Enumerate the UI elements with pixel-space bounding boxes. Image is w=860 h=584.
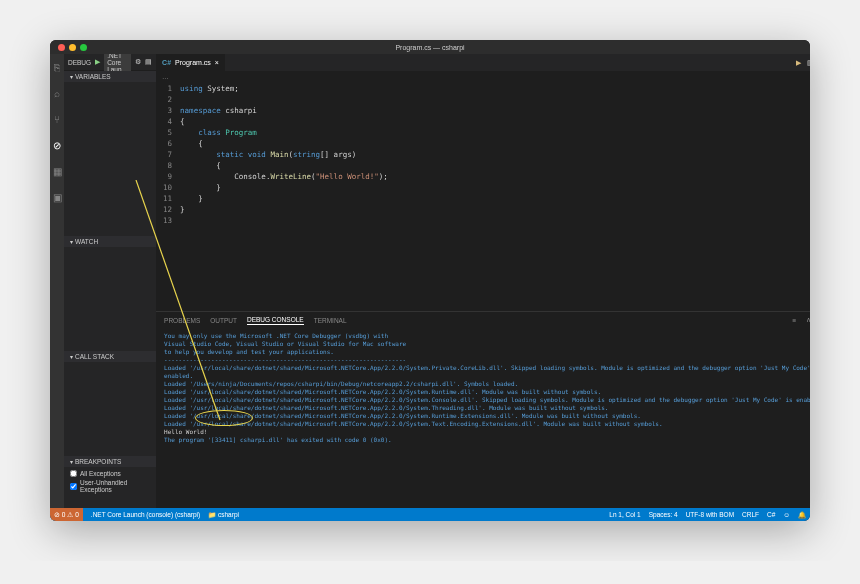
callstack-body xyxy=(64,362,156,456)
debug-sidebar: DEBUG ▶ .NET Core Laun… ⚙ ▤ ▾VARIABLES ▾… xyxy=(64,54,156,508)
watch-header[interactable]: ▾WATCH xyxy=(64,236,156,247)
status-folder[interactable]: 📁 csharpi xyxy=(208,511,239,519)
breakpoint-item[interactable]: User-Unhandled Exceptions xyxy=(70,478,150,494)
window-title: Program.cs — csharpi xyxy=(395,44,464,51)
bottom-panel: PROBLEMS OUTPUT DEBUG CONSOLE TERMINAL ≡… xyxy=(156,311,810,508)
status-indent[interactable]: Spaces: 4 xyxy=(649,511,678,519)
titlebar: Program.cs — csharpi xyxy=(50,40,810,54)
callstack-header[interactable]: ▾CALL STACK xyxy=(64,351,156,362)
code-content[interactable]: using System; namespace csharpi{ class P… xyxy=(176,81,810,311)
breakpoints-body: All Exceptions User-Unhandled Exceptions xyxy=(64,467,156,508)
activity-bar: ⎘ ⌕ ⑂ ⊘ ▦ ▣ xyxy=(50,54,64,508)
status-language[interactable]: C# xyxy=(767,511,775,519)
window-controls xyxy=(58,44,87,51)
panel-maximize-icon[interactable]: ∧ xyxy=(806,316,810,324)
tab-problems[interactable]: PROBLEMS xyxy=(164,317,200,324)
breakpoint-checkbox[interactable] xyxy=(70,483,77,490)
variables-body xyxy=(64,82,156,236)
tab-bar: C# Program.cs × ▶ ▥ ⋯ xyxy=(156,54,810,71)
editor-area: C# Program.cs × ▶ ▥ ⋯ … 1234567891011121… xyxy=(156,54,810,508)
status-eol[interactable]: CRLF xyxy=(742,511,759,519)
panel-settings-icon[interactable]: ≡ xyxy=(793,317,797,324)
terminal-icon[interactable]: ▣ xyxy=(50,190,64,204)
search-icon[interactable]: ⌕ xyxy=(50,86,64,100)
breakpoints-header[interactable]: ▾BREAKPOINTS xyxy=(64,456,156,467)
tab-terminal[interactable]: TERMINAL xyxy=(314,317,347,324)
run-code-icon[interactable]: ▶ xyxy=(796,59,801,67)
debug-icon[interactable]: ⊘ xyxy=(50,138,64,152)
code-editor[interactable]: 12345678910111213 using System; namespac… xyxy=(156,81,810,311)
minimize-window-icon[interactable] xyxy=(69,44,76,51)
close-window-icon[interactable] xyxy=(58,44,65,51)
extensions-icon[interactable]: ▦ xyxy=(50,164,64,178)
debug-toolbar: DEBUG ▶ .NET Core Laun… ⚙ ▤ xyxy=(64,54,156,71)
editor-tab[interactable]: C# Program.cs × xyxy=(156,54,225,71)
debug-start-button[interactable]: ▶ xyxy=(95,58,100,66)
tab-debug-console[interactable]: DEBUG CONSOLE xyxy=(247,316,304,325)
status-launch-config[interactable]: .NET Core Launch (console) (csharpi) xyxy=(91,511,200,518)
tab-label: Program.cs xyxy=(175,59,211,66)
status-feedback-icon[interactable]: ☺ xyxy=(783,511,790,519)
explorer-icon[interactable]: ⎘ xyxy=(50,60,64,74)
maximize-window-icon[interactable] xyxy=(80,44,87,51)
breakpoint-item[interactable]: All Exceptions xyxy=(70,469,150,478)
gear-icon[interactable]: ⚙ xyxy=(135,58,141,66)
tab-output[interactable]: OUTPUT xyxy=(210,317,237,324)
scm-icon[interactable]: ⑂ xyxy=(50,112,64,126)
panel-tabs: PROBLEMS OUTPUT DEBUG CONSOLE TERMINAL ≡… xyxy=(156,312,810,328)
debug-console-body[interactable]: You may only use the Microsoft .NET Core… xyxy=(156,328,810,508)
split-editor-icon[interactable]: ▥ xyxy=(807,59,810,67)
watch-body xyxy=(64,247,156,351)
csharp-file-icon: C# xyxy=(162,59,171,66)
status-errors[interactable]: ⊘ 0 ⚠ 0 xyxy=(50,508,83,521)
breakpoint-checkbox[interactable] xyxy=(70,470,77,477)
tab-close-icon[interactable]: × xyxy=(215,59,219,66)
vscode-window: Program.cs — csharpi ⎘ ⌕ ⑂ ⊘ ▦ ▣ DEBUG ▶… xyxy=(50,40,810,521)
status-cursor-pos[interactable]: Ln 1, Col 1 xyxy=(609,511,640,519)
status-bar: ⊘ 0 ⚠ 0 .NET Core Launch (console) (csha… xyxy=(50,508,810,521)
debug-label: DEBUG xyxy=(68,59,91,66)
line-gutter: 12345678910111213 xyxy=(156,81,176,311)
debug-console-toggle[interactable]: ▤ xyxy=(145,58,152,66)
breadcrumb[interactable]: … xyxy=(156,71,810,81)
variables-header[interactable]: ▾VARIABLES xyxy=(64,71,156,82)
status-encoding[interactable]: UTF-8 with BOM xyxy=(686,511,734,519)
status-bell-icon[interactable]: 🔔 xyxy=(798,511,806,519)
